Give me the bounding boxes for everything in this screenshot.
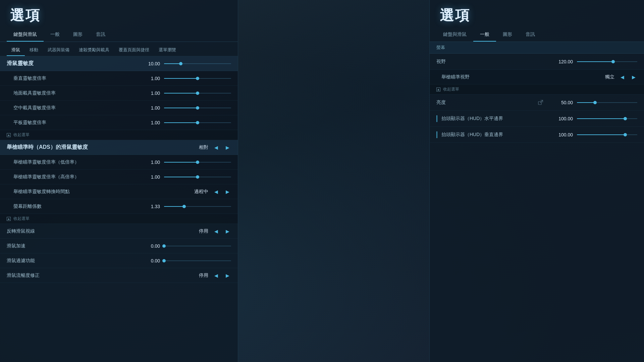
air-vehicle-sensitivity-row: 空中載具靈敏度倍率 1.00 [0,101,238,115]
hud-v-label-container: 抬頭顯示器（HUD）垂直邊界 [436,131,546,138]
mouse-smooth-value: 停用 [199,273,208,279]
mouse-filter-slider[interactable] [164,260,231,261]
tab-graphics[interactable]: 圖形 [66,28,89,42]
ads-high-mult-label: 舉槍瞄準靈敏度倍率（高倍率） [13,174,137,180]
mouse-smooth-right-arrow[interactable]: ▶ [224,272,231,279]
external-link-icon [538,100,543,105]
ads-transition-right-arrow[interactable]: ▶ [224,188,231,195]
tablet-sensitivity-value: 1.00 [137,120,160,125]
tab-audio[interactable]: 音訊 [89,28,112,42]
right-panel: 選項 鍵盤與滑鼠 一般 圖形 音訊 螢幕 視野 120.00 舉槍瞄準視野 獨立… [429,0,644,362]
sub-tab-overlay[interactable]: 覆蓋頁面與捷徑 [114,45,154,56]
invert-mouse-left-arrow[interactable]: ◀ [212,228,220,235]
collapse-icon-2: ▲ [7,217,11,221]
mouse-smooth-control: 停用 ◀ ▶ [199,272,231,279]
tab-general[interactable]: 一般 [44,28,66,42]
hud-h-label: 抬頭顯示器（HUD）水平邊界 [441,116,546,122]
ads-fov-control: 獨立 ◀ ▶ [605,73,637,81]
ads-left-arrow[interactable]: ◀ [212,144,220,151]
tablet-sensitivity-slider[interactable] [164,122,231,123]
vertical-sensitivity-slider[interactable] [164,78,231,79]
brightness-row: 亮度 50.00 [430,95,644,111]
right-section-label: 螢幕 [436,45,637,51]
sub-tab-mouse[interactable]: 滑鼠 [7,45,25,56]
right-panel-title: 選項 [440,6,634,25]
ads-high-mult-row: 舉槍瞄準靈敏度倍率（高倍率） 1.00 [0,170,238,184]
ads-transition-label: 舉槍瞄準靈敏度轉換時間點 [13,189,194,195]
fov-row: 視野 120.00 [430,54,644,70]
mouse-accel-slider[interactable] [164,246,231,246]
right-collapse-icon-1: ▲ [436,87,440,92]
mouse-accel-value: 0.00 [137,243,160,249]
sub-tab-bar: 滑鼠 移動 武器與裝備 連殺獎勵與載具 覆蓋頁面與捷徑 選單瀏覽 [0,42,238,56]
air-vehicle-sensitivity-slider[interactable] [164,108,231,108]
fov-label: 視野 [436,59,546,65]
sub-tab-weapons[interactable]: 武器與裝備 [43,45,74,56]
ground-vehicle-sensitivity-row: 地面載具靈敏度倍率 1.00 [0,86,238,101]
right-tab-general[interactable]: 一般 [473,28,496,42]
collapse-label-1: 收起選單 [13,132,30,138]
hud-v-row: 抬頭顯示器（HUD）垂直邊界 100.00 [430,127,644,143]
ads-low-mult-value: 1.00 [137,160,160,165]
ground-vehicle-sensitivity-label: 地面載具靈敏度倍率 [13,90,137,96]
air-vehicle-sensitivity-label: 空中載具靈敏度倍率 [13,105,137,111]
ads-fov-left-arrow[interactable]: ◀ [619,73,626,81]
sub-tab-killstreak[interactable]: 連殺獎勵與載具 [74,45,114,56]
brightness-label: 亮度 [436,100,538,106]
air-vehicle-sensitivity-value: 1.00 [137,105,160,111]
mouse-smooth-left-arrow[interactable]: ◀ [212,272,220,279]
ads-transition-row: 舉槍瞄準靈敏度轉換時間點 過程中 ◀ ▶ [0,184,238,199]
ads-right-arrow[interactable]: ▶ [224,144,231,151]
right-tab-graphics[interactable]: 圖形 [496,28,519,42]
ads-transition-left-arrow[interactable]: ◀ [212,188,220,195]
ads-low-mult-label: 舉槍瞄準靈敏度倍率（低倍率） [13,159,137,165]
mouse-smooth-label: 滑鼠流暢度修正 [7,273,199,279]
mouse-filter-row: 滑鼠過濾功能 0.00 [0,253,238,268]
collapse-row-2[interactable]: ▲ 收起選單 [0,214,238,224]
mouse-sensitivity-row: 滑鼠靈敏度 10.00 [0,56,238,71]
ads-select-control: 相對 ◀ ▶ [199,144,231,151]
ads-fov-row: 舉槍瞄準視野 獨立 ◀ ▶ [430,70,644,84]
ads-high-mult-slider[interactable] [164,177,231,177]
ground-vehicle-sensitivity-slider[interactable] [164,93,231,94]
ads-sensitivity-row: 舉槍瞄準時（ADS）的滑鼠靈敏度 相對 ◀ ▶ [0,140,238,155]
invert-mouse-right-arrow[interactable]: ▶ [224,228,231,235]
mouse-sensitivity-slider[interactable] [164,63,231,64]
right-collapse-row-1[interactable]: ▲ 收起選單 [430,84,644,95]
screen-dist-row: 螢幕距離係數 1.33 [0,199,238,214]
ads-high-mult-value: 1.00 [137,174,160,180]
brightness-value: 50.00 [546,100,573,105]
ads-low-mult-slider[interactable] [164,162,231,163]
invert-mouse-control: 停用 ◀ ▶ [199,228,231,235]
ads-transition-value: 過程中 [194,189,208,195]
collapse-row-1[interactable]: ▲ 收起選單 [0,130,238,140]
invert-mouse-label: 反轉滑鼠視線 [7,228,199,234]
right-panel-header: 選項 [430,0,644,28]
right-collapse-label-1: 收起選單 [443,86,459,92]
left-panel: 選項 鍵盤與滑鼠 一般 圖形 音訊 滑鼠 移動 武器與裝備 連殺獎勵與載具 覆蓋… [0,0,238,362]
left-tab-bar: 鍵盤與滑鼠 一般 圖形 音訊 [0,28,238,42]
tab-keyboard-mouse[interactable]: 鍵盤與滑鼠 [7,28,44,42]
ads-low-mult-row: 舉槍瞄準靈敏度倍率（低倍率） 1.00 [0,155,238,170]
mouse-accel-label: 滑鼠加速 [7,243,137,249]
fov-slider[interactable] [577,61,637,62]
hud-v-slider[interactable] [577,134,637,135]
mouse-filter-value: 0.00 [137,258,160,263]
sub-tab-menu[interactable]: 選單瀏覽 [154,45,181,56]
screen-dist-label: 螢幕距離係數 [13,203,137,209]
right-tab-keyboard-mouse[interactable]: 鍵盤與滑鼠 [436,28,473,42]
left-content-area: 滑鼠靈敏度 10.00 垂直靈敏度倍率 1.00 地面載具靈敏度倍率 1.00 … [0,56,238,362]
sub-tab-move[interactable]: 移動 [25,45,43,56]
screen-dist-slider[interactable] [164,206,231,207]
right-section-header: 螢幕 [430,42,644,54]
brightness-slider[interactable] [577,102,637,103]
ads-fov-right-arrow[interactable]: ▶ [630,73,637,81]
mouse-sensitivity-label: 滑鼠靈敏度 [7,60,137,67]
mouse-filter-label: 滑鼠過濾功能 [7,258,137,264]
right-tab-audio[interactable]: 音訊 [519,28,542,42]
hud-h-label-container: 抬頭顯示器（HUD）水平邊界 [436,115,546,122]
hud-v-label: 抬頭顯示器（HUD）垂直邊界 [441,132,546,138]
screen-dist-value: 1.33 [137,204,160,209]
invert-mouse-value: 停用 [199,228,208,234]
hud-h-slider[interactable] [577,118,637,119]
